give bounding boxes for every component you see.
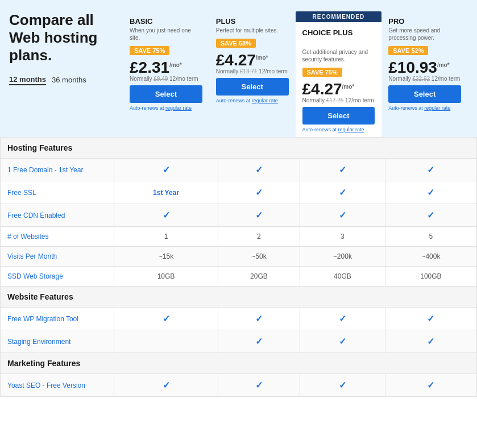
feature-value-col3: ✓ [385, 181, 476, 204]
header-title-block: Compare all Web hosting plans. 12 months… [9, 11, 123, 97]
normal-price-basic: Normally £9.49 12/mo term [130, 76, 202, 82]
select-button-pro[interactable]: Select [388, 85, 461, 103]
checkmark-icon: ✓ [339, 188, 346, 197]
feature-value-col1: ✓ [218, 181, 300, 204]
auto-renew-basic: Auto-renews at regular rate [130, 105, 202, 111]
feature-value-col3: ~400k [385, 247, 476, 267]
save-badge-basic: SAVE 75% [130, 46, 169, 55]
plan-header-plus: PLUSPerfect for multiple sites.SAVE 68%£… [209, 11, 296, 137]
section-title-hosting-features: Hosting Features [1, 138, 477, 159]
feature-value-col1: ✓ [218, 159, 300, 181]
feature-value-col0: 1 [114, 227, 218, 247]
normal-price-choice-plus: Normally £17.25 12/mo term [302, 97, 375, 103]
recommended-badge: RECOMMENDED [296, 11, 382, 22]
price-plus: £4.27/mo* [216, 52, 289, 68]
feature-value-col1: 20GB [218, 267, 300, 287]
feature-label-yoast-seo---free-version: Yoast SEO - Free Version [1, 374, 114, 397]
checkmark-icon: ✓ [255, 210, 263, 220]
feature-value-col1: ~50k [218, 247, 300, 267]
feature-value-col2: ✓ [300, 204, 385, 227]
feature-value-col3: ✓ [385, 204, 476, 227]
plan-header-choice-plus: RECOMMENDEDCHOICE PLUSGet additional pri… [296, 11, 382, 137]
table-row: Visits Per Month~15k~50k~200k~400k [1, 247, 477, 267]
feature-value-col1: ✓ [218, 374, 300, 397]
feature-label-ssd-web-storage: SSD Web Storage [1, 267, 114, 287]
auto-renew-plus: Auto-renews at regular rate [216, 98, 289, 103]
term-12-months[interactable]: 12 months [9, 75, 46, 85]
checkmark-icon: ✓ [163, 210, 170, 220]
table-row: Staging Environment✓✓✓ [1, 330, 477, 353]
select-button-choice-plus[interactable]: Select [302, 107, 375, 125]
feature-label-staging-environment: Staging Environment [1, 330, 114, 353]
feature-value-col2: ✓ [300, 330, 385, 353]
feature-value-col3: ✓ [385, 159, 476, 181]
checkmark-icon: ✓ [427, 188, 434, 197]
feature-label-free-wp-migration-tool: Free WP Migration Tool [1, 308, 114, 330]
plan-name-plus: PLUS [216, 17, 289, 26]
checkmark-icon: ✓ [339, 165, 346, 175]
plan-name-basic: BASIC [130, 17, 202, 26]
section-title-website-features: Website Features [1, 287, 477, 308]
price-basic: £2.31/mo* [130, 60, 202, 76]
feature-value-col3: ✓ [385, 374, 476, 397]
plans-header: BASICWhen you just need one site.SAVE 75… [123, 11, 468, 137]
feature-label-#-of-websites: # of Websites [1, 227, 114, 247]
section-title-marketing-features: Marketing Features [1, 353, 477, 374]
table-row: Free CDN Enabled✓✓✓✓ [1, 204, 477, 227]
plan-tagline-basic: When you just need one site. [130, 27, 202, 42]
save-badge-plus: SAVE 68% [216, 39, 256, 48]
checkmark-icon: ✓ [339, 380, 346, 390]
feature-value-col3: ✓ [385, 308, 476, 330]
save-badge-choice-plus: SAVE 75% [302, 68, 342, 77]
feature-value-col2: ~200k [300, 247, 385, 267]
feature-value-col0: ~15k [114, 247, 218, 267]
table-row: 1 Free Domain - 1st Year✓✓✓✓ [1, 159, 477, 181]
plan-name-pro: PRO [388, 17, 461, 26]
checkmark-icon: ✓ [427, 380, 434, 390]
feature-value-col2: ✓ [300, 374, 385, 397]
checkmark-icon: ✓ [427, 337, 434, 346]
section-header-row: Hosting Features [1, 138, 477, 159]
select-button-plus[interactable]: Select [216, 78, 289, 96]
price-choice-plus: £4.27/mo* [302, 81, 375, 97]
plan-tagline-plus: Perfect for multiple sites. [216, 27, 289, 34]
plan-header-pro: PROGet more speed and processing power.S… [381, 11, 468, 137]
feature-value-col2: 40GB [300, 267, 385, 287]
feature-value-col2: 3 [300, 227, 385, 247]
feature-value-col0: ✓ [114, 308, 218, 330]
feature-value-col0: ✓ [114, 159, 218, 181]
checkmark-icon: ✓ [163, 314, 170, 323]
feature-value-col0 [114, 330, 218, 353]
term-36-months[interactable]: 36 months [52, 76, 86, 84]
checkmark-icon: ✓ [163, 380, 170, 390]
feature-label-free-ssl: Free SSL [1, 181, 114, 204]
plan-tagline-pro: Get more speed and processing power. [388, 27, 461, 42]
save-badge-pro: SAVE 52% [388, 46, 428, 55]
checkmark-icon: ✓ [427, 210, 434, 220]
normal-price-pro: Normally £22.92 12/mo term [388, 76, 461, 82]
price-pro: £10.93/mo* [388, 60, 461, 76]
feature-value-col1: ✓ [218, 308, 300, 330]
table-row: SSD Web Storage10GB20GB40GB100GB [1, 267, 477, 287]
feature-value-col0: 10GB [114, 267, 218, 287]
table-row: Free SSL1st Year✓✓✓ [1, 181, 477, 204]
select-button-basic[interactable]: Select [130, 85, 202, 103]
checkmark-icon: ✓ [255, 188, 263, 197]
page-title: Compare all Web hosting plans. [9, 11, 117, 65]
feature-value-col3: 5 [385, 227, 476, 247]
feature-label-1-free-domain---1st-year: 1 Free Domain - 1st Year [1, 159, 114, 181]
feature-value-col0: 1st Year [114, 181, 218, 204]
feature-value-col2: ✓ [300, 181, 385, 204]
feature-value-col0: ✓ [114, 374, 218, 397]
checkmark-icon: ✓ [163, 165, 170, 175]
normal-price-plus: Normally £13.71 12/mo term [216, 68, 289, 74]
checkmark-icon: ✓ [339, 314, 346, 323]
feature-label-free-cdn-enabled: Free CDN Enabled [1, 204, 114, 227]
feature-value-col3: 100GB [385, 267, 476, 287]
feature-value-col3: ✓ [385, 330, 476, 353]
checkmark-icon: ✓ [255, 314, 263, 323]
feature-value-col2: ✓ [300, 159, 385, 181]
auto-renew-pro: Auto-renews at regular rate [388, 105, 461, 111]
feature-value-col0: ✓ [114, 204, 218, 227]
checkmark-icon: ✓ [339, 337, 346, 346]
